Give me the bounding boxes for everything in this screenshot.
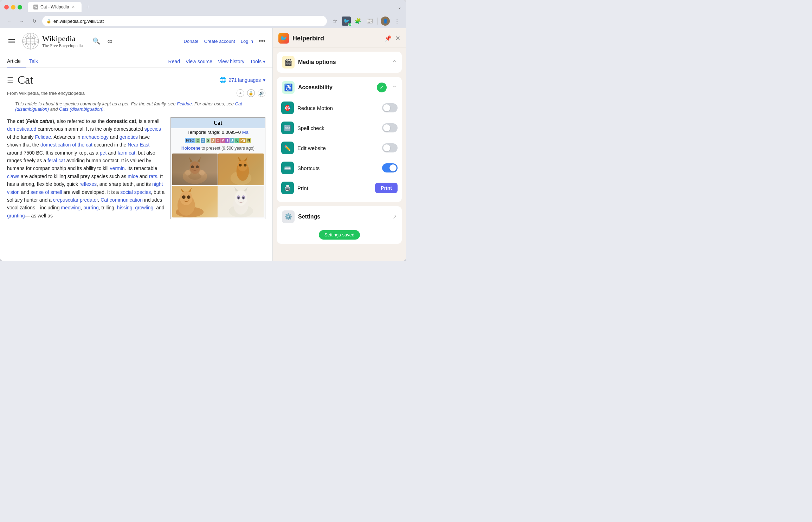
species-link[interactable]: species — [144, 126, 161, 132]
claws-link[interactable]: claws — [7, 174, 19, 179]
feral-cat-link[interactable]: feral cat — [47, 158, 65, 163]
reflexes-link[interactable]: reflexes — [79, 181, 97, 187]
temporal-ma-link[interactable]: Ma — [242, 130, 249, 135]
wiki-search-button[interactable]: 🔍 — [92, 37, 100, 45]
ts-pg[interactable]: Pg — [239, 138, 246, 143]
wiki-source-icons: + 🔒 🔊 — [237, 89, 265, 97]
lock-small-icon[interactable]: 🔒 — [247, 89, 255, 97]
social-species-link[interactable]: social species — [120, 189, 151, 195]
minimize-window-button[interactable] — [11, 5, 15, 9]
ts-o[interactable]: O — [201, 138, 206, 143]
active-tab[interactable]: W Cat - Wikipedia ✕ — [28, 2, 82, 12]
wiki-logo[interactable]: Wikipedia The Free Encyclopedia — [22, 32, 83, 50]
edit-website-toggle[interactable] — [382, 143, 398, 152]
grunting-link[interactable]: grunting — [7, 213, 25, 218]
address-bar[interactable]: 🔒 en.wikipedia.org/wiki/Cat — [42, 16, 327, 26]
growling-link[interactable]: growling — [135, 205, 153, 210]
login-link[interactable]: Log in — [241, 39, 253, 44]
mice-link[interactable]: mice — [128, 174, 138, 179]
cat-disambig-link[interactable]: Cat (disambiguation) — [15, 101, 242, 112]
edit-website-icon: ✏️ — [281, 142, 294, 154]
back-button[interactable]: ← — [4, 16, 14, 26]
pet-link[interactable]: pet — [100, 150, 107, 156]
print-item: 🖨️ Print Print — [281, 178, 398, 198]
article-list-icon[interactable]: ☰ — [7, 76, 13, 84]
spell-check-toggle[interactable] — [382, 123, 398, 132]
accessibility-header[interactable]: ♿ Accessibility ✓ ⌄ — [277, 77, 402, 98]
svg-point-10 — [190, 161, 200, 174]
rats-link[interactable]: rats — [149, 174, 157, 179]
external-link-icon: ↗ — [393, 214, 397, 220]
wiki-hatnote: This article is about the species common… — [7, 101, 265, 112]
ts-c2[interactable]: C — [215, 138, 220, 143]
felidae-link[interactable]: Felidae — [177, 101, 192, 106]
ts-p[interactable]: P — [220, 138, 225, 143]
donate-link[interactable]: Donate — [184, 39, 199, 44]
hissing-link[interactable]: hissing — [117, 205, 133, 210]
wiki-more-icon[interactable]: ••• — [259, 38, 265, 45]
forward-button[interactable]: → — [17, 16, 27, 26]
meowing-link[interactable]: meowing — [61, 205, 80, 210]
svg-point-34 — [235, 190, 247, 206]
tab-close-button[interactable]: ✕ — [71, 5, 76, 9]
tools-label: Tools — [250, 59, 262, 64]
more-options-button[interactable]: ⋮ — [392, 16, 402, 26]
hamburger-menu[interactable] — [7, 38, 16, 45]
maximize-window-button[interactable] — [18, 5, 22, 9]
vermin-link[interactable]: vermin — [110, 165, 125, 171]
profile-icon[interactable]: 👤 — [381, 17, 390, 26]
toolbar-right: ☆ 🐦 on 🧩 📰 👤 ⋮ — [330, 16, 402, 26]
tab-talk[interactable]: Talk — [29, 56, 44, 67]
close-window-button[interactable] — [4, 5, 9, 9]
cats-disambig-link[interactable]: Cats (disambiguation) — [59, 106, 103, 112]
felidae-link2[interactable]: Felidae — [35, 134, 51, 140]
domestication-link[interactable]: domestication of the cat — [40, 142, 92, 148]
wiki-tools-btn[interactable]: Tools ▾ — [250, 59, 265, 64]
archaeology-link[interactable]: archaeology — [82, 134, 108, 140]
holocene-link[interactable]: Holocene — [181, 146, 200, 151]
media-options-header[interactable]: 🎬 Media options ⌄ — [277, 52, 402, 73]
farm-cat-link[interactable]: farm cat — [117, 150, 135, 156]
tab-view-source[interactable]: View source — [186, 59, 212, 64]
settings-header[interactable]: ⚙️ Settings ↗ — [277, 206, 402, 227]
crepuscular-link[interactable]: crepuscular predator — [53, 197, 98, 203]
ts-prec[interactable]: PreC — [185, 138, 195, 143]
hb-pin-button[interactable]: 📌 — [385, 35, 392, 42]
ts-c1[interactable]: C — [195, 138, 200, 143]
tab-view-history[interactable]: View history — [218, 59, 244, 64]
hb-close-button[interactable]: ✕ — [395, 35, 400, 41]
media-options-label: Media options — [298, 59, 389, 65]
wiki-infobox: Cat Temporal range: 0.0095–0 Ma PreC C O… — [170, 117, 265, 219]
tab-list-button[interactable]: ⌄ — [398, 4, 402, 10]
tab-read[interactable]: Read — [168, 59, 180, 64]
ts-t[interactable]: T — [225, 138, 230, 143]
helperbird-extension-icon[interactable]: 🐦 on — [342, 17, 351, 26]
create-account-link[interactable]: Create account — [204, 39, 235, 44]
cat-communication-link[interactable]: Cat communication — [101, 197, 143, 203]
print-button[interactable]: Print — [375, 183, 398, 193]
reload-button[interactable]: ↻ — [30, 16, 39, 26]
tab-favicon: W — [33, 5, 38, 9]
ts-d[interactable]: D — [211, 138, 215, 143]
language-badge[interactable]: 🌐 271 languages ▾ — [219, 77, 265, 83]
reduce-motion-toggle[interactable] — [382, 103, 398, 112]
svg-point-9 — [199, 170, 205, 176]
near-east-link[interactable]: Near East — [128, 142, 149, 148]
ts-k[interactable]: K — [234, 138, 239, 143]
extensions-button[interactable]: 🧩 — [353, 16, 363, 26]
sense-of-smell-link[interactable]: sense of smell — [31, 189, 62, 195]
domesticated-link[interactable]: domesticated — [7, 126, 36, 132]
svg-point-14 — [196, 165, 199, 168]
genetics-link[interactable]: genetics — [120, 134, 138, 140]
ts-n[interactable]: N — [246, 138, 251, 143]
ts-j[interactable]: J — [230, 138, 234, 143]
new-tab-button[interactable]: + — [84, 3, 92, 11]
bookmark-button[interactable]: ☆ — [330, 16, 340, 26]
tab-article[interactable]: Article — [7, 56, 26, 67]
audio-icon[interactable]: 🔊 — [258, 89, 265, 97]
add-icon[interactable]: + — [237, 89, 244, 97]
ts-s[interactable]: S — [206, 138, 210, 143]
purring-link[interactable]: purring — [83, 205, 99, 210]
reader-view-button[interactable]: 📰 — [365, 16, 375, 26]
shortcuts-toggle[interactable] — [382, 163, 398, 172]
